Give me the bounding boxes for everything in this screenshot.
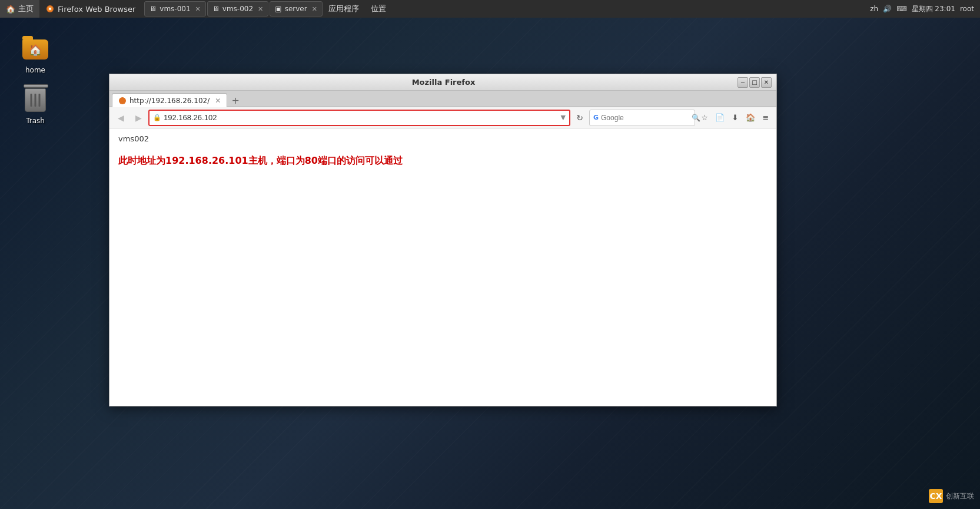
address-input[interactable] (164, 113, 559, 122)
search-input[interactable] (601, 114, 689, 122)
tab-vms001-label: vms-001 (160, 5, 190, 13)
tab-vms001[interactable]: 🖥 vms-001 ✕ (144, 1, 206, 16)
nav-icons: ☆ 📄 ⬇ 🏠 ≡ (697, 111, 773, 125)
firefox-window-title: Mozilla Firefox (150, 78, 738, 87)
lang-indicator[interactable]: zh (870, 5, 878, 13)
desktop-icon-trash[interactable]: Trash (12, 86, 59, 125)
page-hostname: vms002 (118, 134, 768, 143)
watermark-text: 创新互联 (946, 491, 974, 501)
tab-server[interactable]: ▣ server ✕ (270, 1, 323, 16)
minimize-button[interactable]: ─ (738, 77, 748, 88)
taskbar-browser-indicator[interactable]: Firefox Web Browser (39, 0, 141, 18)
taskbar-apps[interactable]: 应用程序 (323, 0, 365, 18)
tab-vms002-icon: 🖥 (212, 5, 220, 13)
svg-point-2 (49, 8, 51, 10)
apps-menu-label: 应用程序 (328, 4, 359, 14)
home-folder-icon: 🏠 (21, 35, 49, 64)
desktop-icon-home[interactable]: 🏠 home (12, 35, 59, 74)
address-dropdown-icon[interactable]: ▼ (561, 114, 566, 121)
taskbar-left: 🏠 主页 Firefox Web Browser 🖥 vms-001 ✕ 🖥 v (0, 0, 864, 18)
home-icon-label: home (25, 66, 45, 74)
location-menu-label: 位置 (371, 4, 386, 14)
tab-vms002[interactable]: 🖥 vms-002 ✕ (207, 1, 269, 16)
firefox-navbar: ◀ ▶ 🔒 ▼ ↻ G 🔍 ☆ 📄 ⬇ 🏠 ≡ (109, 107, 776, 128)
user-display: root (960, 5, 974, 13)
window-controls: ─ □ ✕ (738, 77, 772, 88)
tab-url-label: http://192.168.26.102/ (129, 97, 210, 105)
bookmark-star-icon[interactable]: ☆ (697, 111, 712, 125)
datetime-display: 星期四 23:01 (912, 4, 955, 14)
taskbar: 🏠 主页 Firefox Web Browser 🖥 vms-001 ✕ 🖥 v (0, 0, 980, 18)
svg-point-3 (119, 97, 126, 104)
firefox-icon (45, 4, 55, 14)
watermark: CX 创新互联 (929, 489, 974, 503)
tab-vms002-label: vms-002 (222, 5, 253, 13)
back-button[interactable]: ◀ (113, 110, 128, 125)
tab-server-close[interactable]: ✕ (312, 6, 317, 12)
taskbar-home[interactable]: 🏠 主页 (0, 0, 39, 18)
home-menu-label: 主页 (18, 4, 34, 14)
reload-button[interactable]: ↻ (573, 111, 587, 125)
address-bar[interactable]: 🔒 ▼ (148, 110, 570, 126)
firefox-tabbar: http://192.168.26.102/ ✕ + (109, 91, 776, 107)
firefox-titlebar: Mozilla Firefox ─ □ ✕ (109, 74, 776, 91)
desktop-icons: 🏠 home Trash (12, 35, 59, 125)
new-tab-button[interactable]: + (228, 93, 242, 107)
keyboard-icon: ⌨ (896, 5, 906, 13)
tab-vms002-close[interactable]: ✕ (258, 6, 263, 12)
home-nav-icon[interactable]: 🏠 (743, 111, 758, 125)
taskbar-right: zh 🔊 ⌨ 星期四 23:01 root (864, 4, 980, 14)
tab-server-label: server (285, 5, 307, 13)
trash-icon-label: Trash (26, 117, 45, 125)
address-lock-icon: 🔒 (153, 114, 161, 121)
home-menu-icon: 🏠 (6, 5, 15, 14)
close-button[interactable]: ✕ (761, 77, 772, 88)
firefox-content: vms002 此时地址为192.168.26.101主机，端口为80端口的访问可… (109, 128, 776, 406)
search-bar[interactable]: G 🔍 (589, 110, 695, 126)
google-logo: G (593, 114, 599, 121)
maximize-button[interactable]: □ (749, 77, 760, 88)
taskbar-location[interactable]: 位置 (365, 0, 392, 18)
tab-server-icon: ▣ (275, 5, 281, 13)
browser-label: Firefox Web Browser (58, 5, 135, 14)
tab-vms001-icon: 🖥 (150, 5, 157, 13)
tab-close-icon[interactable]: ✕ (215, 97, 221, 105)
watermark-logo: CX (929, 489, 943, 503)
forward-button[interactable]: ▶ (131, 110, 146, 125)
firefox-tab-active[interactable]: http://192.168.26.102/ ✕ (112, 93, 227, 107)
download-icon[interactable]: ⬇ (728, 111, 742, 125)
tab-favicon (118, 97, 127, 105)
volume-icon[interactable]: 🔊 (883, 5, 892, 13)
page-message: 此时地址为192.168.26.101主机，端口为80端口的访问可以通过 (118, 155, 768, 167)
tab-vms001-close[interactable]: ✕ (195, 6, 201, 12)
taskbar-tabs: 🖥 vms-001 ✕ 🖥 vms-002 ✕ ▣ server ✕ (144, 1, 323, 16)
firefox-window: Mozilla Firefox ─ □ ✕ http://192.168.26.… (109, 74, 777, 406)
reader-view-icon[interactable]: 📄 (713, 111, 727, 125)
menu-icon[interactable]: ≡ (759, 111, 773, 125)
trash-icon (21, 86, 49, 114)
